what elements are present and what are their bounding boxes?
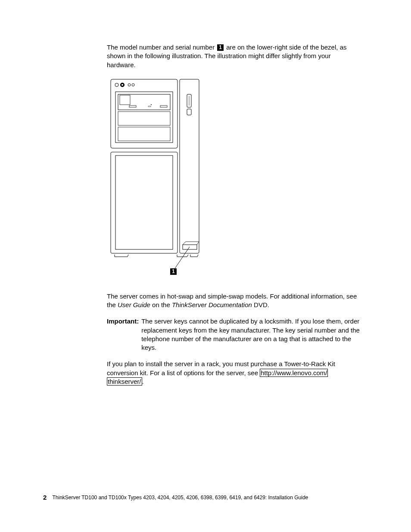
para3-text-b: . <box>142 378 144 385</box>
svg-point-11 <box>151 104 152 105</box>
lenovo-link-part2[interactable]: thinkserver/ <box>107 377 142 386</box>
paragraph-model-serial: The model number and serial number 1 are… <box>107 43 361 69</box>
svg-point-5 <box>132 84 134 86</box>
svg-rect-6 <box>115 92 173 143</box>
page-number: 2 <box>43 493 47 502</box>
para2-text-c: DVD. <box>252 301 269 308</box>
svg-point-4 <box>128 84 131 86</box>
svg-rect-15 <box>111 152 177 253</box>
important-note: Important: The server keys cannot be dup… <box>107 317 361 352</box>
svg-rect-7 <box>118 94 170 110</box>
svg-rect-21 <box>183 245 197 249</box>
svg-rect-0 <box>111 79 177 148</box>
para1-text-a: The model number and serial number <box>107 44 216 51</box>
svg-rect-14 <box>118 127 170 141</box>
svg-point-3 <box>121 84 123 86</box>
footer-title: ThinkServer TD100 and TD100x Types 4203,… <box>52 495 308 501</box>
page-footer: 2 ThinkServer TD100 and TD100x Types 420… <box>43 493 308 502</box>
svg-rect-17 <box>180 79 199 253</box>
svg-rect-8 <box>120 95 130 105</box>
server-front-illustration: 1 <box>110 79 201 279</box>
svg-rect-16 <box>115 156 173 249</box>
svg-point-1 <box>115 83 118 87</box>
svg-rect-13 <box>118 112 170 125</box>
paragraph-rack-kit: If you plan to install the server in a r… <box>107 360 361 386</box>
paragraph-models: The server comes in hot-swap and simple-… <box>107 292 361 310</box>
para2-italic-2: ThinkServer Documentation <box>172 301 252 308</box>
callout-number-inline: 1 <box>217 44 224 51</box>
svg-rect-9 <box>129 106 136 107</box>
para2-text-b: on the <box>150 301 172 308</box>
callout-number-figure: 1 <box>170 268 177 275</box>
svg-rect-10 <box>160 106 167 107</box>
svg-rect-12 <box>148 106 151 107</box>
important-label: Important: <box>107 317 141 352</box>
svg-line-22 <box>175 247 190 268</box>
para2-italic-1: User Guide <box>118 301 150 308</box>
svg-rect-20 <box>187 109 191 115</box>
lenovo-link-part1[interactable]: http://www.lenovo.com/ <box>260 369 328 377</box>
important-text: The server keys cannot be duplicated by … <box>141 317 361 352</box>
